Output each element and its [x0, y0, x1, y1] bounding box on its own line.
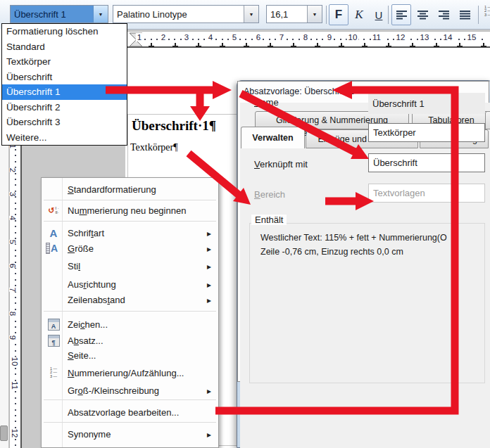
ruler-tick-dots — [139, 39, 485, 40]
font-name-value: Palatino Linotype — [113, 6, 244, 23]
name-label: Name — [254, 97, 279, 108]
ruler-number: 7 — [278, 33, 285, 41]
numbered-list-button[interactable] — [481, 4, 490, 18]
tab-stop-marker[interactable] — [410, 42, 415, 47]
menu-item-stil[interactable]: Stil — [42, 258, 218, 274]
ruler-number: 11 — [371, 33, 382, 41]
align-center-icon — [417, 10, 429, 20]
tab-stop-marker[interactable] — [268, 42, 273, 47]
menu-item-absatzvorlage-bearbeiten[interactable]: Absatzvorlage bearbeiten... — [42, 404, 218, 420]
tab-stop-marker[interactable] — [244, 42, 249, 47]
menu-item-standardformatierung[interactable]: Standardformatierung — [42, 181, 218, 197]
tab-stop-marker[interactable] — [362, 42, 367, 47]
document-heading-text[interactable]: Überschrift·1¶ — [132, 118, 216, 134]
submenu-arrow-icon — [207, 385, 211, 396]
style-list-item[interactable]: Formatierung löschen — [2, 24, 127, 39]
horizontal-ruler[interactable]: 1 2 3 4 5 6 7 8 9 10 11 12 13 14 15 — [127, 31, 490, 48]
paragraph-style-value: Überschrift 1 — [11, 6, 93, 23]
menu-separator — [44, 200, 216, 200]
menu-item-seite[interactable]: Seite... — [42, 347, 218, 363]
style-list-item-selected[interactable]: Überschrift 1 — [2, 84, 127, 100]
menu-item-schriftart[interactable]: Schriftart — [42, 225, 218, 241]
size-dropdown-arrow-icon[interactable] — [307, 6, 322, 23]
italic-button[interactable]: K — [349, 4, 369, 25]
restart-numbering-icon — [46, 203, 61, 217]
underline-button[interactable]: U — [369, 4, 389, 25]
menu-item-synonyme[interactable]: Synonyme — [42, 426, 218, 442]
font-size-combobox[interactable]: 16,1 — [266, 5, 322, 23]
style-list-item[interactable]: Standard — [2, 39, 127, 55]
align-center-button[interactable] — [413, 4, 432, 25]
ruler-number: 15 — [466, 33, 478, 41]
tab-verwalten-active[interactable]: Verwalten — [241, 127, 305, 148]
menu-separator — [44, 221, 216, 222]
tab-stop-marker[interactable] — [220, 42, 225, 47]
menu-item-zeilenabstand[interactable]: Zeilenabstand — [42, 292, 218, 307]
tab-stop-marker[interactable] — [172, 42, 178, 47]
folgevorlage-field[interactable]: Textkörper — [368, 123, 485, 142]
enthaelt-legend: Enthält — [251, 215, 287, 225]
ruler-number: 9 — [8, 335, 18, 340]
tab-stop-marker[interactable] — [196, 42, 201, 47]
tab-stop-marker[interactable] — [457, 42, 463, 47]
submenu-arrow-icon — [207, 261, 211, 271]
tab-stop-marker[interactable] — [149, 42, 154, 47]
tab-clipped[interactable] — [485, 111, 490, 129]
folgevorlage-value: Textkörper — [373, 127, 416, 138]
ruler-number: 12 — [395, 33, 407, 41]
tab-stop-marker[interactable] — [291, 42, 296, 47]
menu-item-absatz[interactable]: Absatz... — [42, 333, 218, 348]
tab-stop-marker[interactable] — [386, 42, 391, 47]
submenu-arrow-icon — [207, 295, 211, 305]
menu-item-zeichen[interactable]: Zeichen... — [42, 316, 218, 332]
style-list-item[interactable]: Weitere... — [2, 130, 127, 146]
name-field: Überschrift 1 — [368, 93, 485, 114]
menu-item-ausrichtung[interactable]: Ausrichtung — [42, 276, 218, 292]
menu-separator — [44, 422, 216, 423]
app-window: Überschrift 1 Palatino Linotype 16,1 F K… — [0, 0, 490, 448]
tab-stop-marker[interactable] — [315, 42, 320, 47]
align-left-button[interactable] — [391, 4, 411, 25]
toolbar-separator — [388, 6, 389, 24]
dialog-title[interactable]: Absatzvorlage: Überschrift 1 — [244, 87, 354, 96]
justify-button[interactable] — [455, 4, 475, 25]
verknuepft-mit-label: Verknüpft mit — [254, 159, 308, 169]
tab-stop-marker[interactable] — [339, 42, 344, 47]
submenu-arrow-icon — [207, 243, 211, 254]
bold-button[interactable]: F — [329, 4, 348, 25]
font-dropdown-arrow-icon[interactable] — [244, 6, 258, 23]
menu-item-groesse[interactable]: Größe — [42, 241, 218, 256]
style-list-item[interactable]: Überschrift 3 — [2, 115, 127, 130]
numbering-bullets-icon — [46, 366, 61, 380]
ruler-number: 3 — [183, 33, 190, 41]
ruler-number: 3 — [8, 192, 18, 196]
context-menu: Standardformatierung Nummerierung neu be… — [41, 177, 219, 448]
font-name-combobox[interactable]: Palatino Linotype — [113, 5, 259, 23]
bereich-field: Textvorlagen — [368, 184, 485, 203]
toolbar-separator — [478, 6, 479, 24]
tab-stop-marker[interactable] — [434, 42, 439, 47]
ruler-number: 2 — [160, 33, 167, 41]
style-list-item[interactable]: Überschrift — [2, 70, 127, 85]
menu-item-gross-kleinschreibung[interactable]: Groß-/Kleinschreibung — [42, 383, 218, 398]
paragraph-style-dialog: Absatzvorlage: Überschrift 1 Gliederung … — [237, 80, 490, 448]
style-list-item[interactable]: Überschrift 2 — [2, 100, 127, 115]
verknuepft-mit-field[interactable]: Überschrift — [368, 153, 485, 172]
font-size-icon — [46, 241, 61, 255]
document-body-text[interactable]: Textkörper¶ — [130, 142, 178, 153]
tab-stop-marker[interactable] — [481, 42, 486, 47]
submenu-arrow-icon — [207, 279, 211, 290]
ruler-number: 2 — [8, 168, 18, 172]
paragraph-dialog-icon — [48, 335, 60, 347]
ruler-number: 4 — [8, 216, 18, 220]
menu-item-nummerierung-aufzaehlung[interactable]: Nummerierung/Aufzählung... — [42, 365, 218, 380]
style-dropdown-arrow-icon[interactable] — [93, 6, 108, 23]
style-list-item[interactable]: Textkörper — [2, 54, 127, 70]
align-right-button[interactable] — [434, 4, 453, 25]
paragraph-dialog-icon — [46, 333, 61, 347]
paragraph-style-combobox[interactable]: Überschrift 1 — [10, 5, 108, 23]
ruler-number: 13 — [419, 33, 431, 41]
menu-item-nummerierung-neu-beginnen[interactable]: Nummerierung neu beginnen — [42, 203, 218, 218]
toolbar-grip[interactable] — [0, 425, 8, 441]
ruler-number: 11 — [10, 381, 20, 390]
